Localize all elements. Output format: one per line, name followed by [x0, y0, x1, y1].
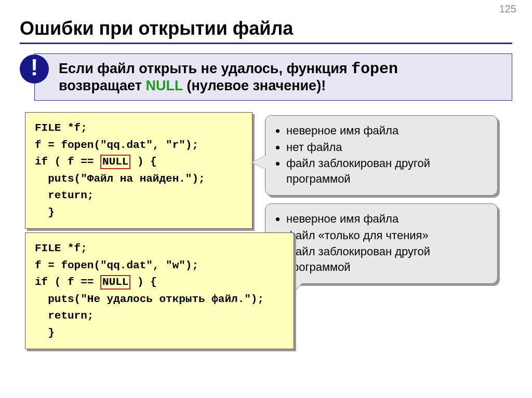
- code-line: ) {: [130, 156, 156, 168]
- list-item: файл заблокирован другой программой: [286, 156, 488, 186]
- page-number: 125: [499, 3, 516, 15]
- list-item: нет файла: [286, 140, 488, 155]
- code-line: return;: [35, 189, 94, 201]
- list-item: файл заблокирован другой программой: [286, 244, 488, 275]
- note-text-after: (нулевое значение)!: [183, 78, 326, 93]
- note-text-mid: возвращает: [59, 78, 145, 93]
- code-block-read: FILE *f; f = fopen("qq.dat", "r"); if ( …: [25, 112, 252, 229]
- title-rule: [20, 43, 512, 44]
- note-fn: fopen: [351, 60, 398, 78]
- code-line: ) {: [130, 276, 156, 288]
- note-box: Если файл открыть не удалось, функция fo…: [34, 53, 512, 101]
- null-highlight: NULL: [100, 155, 130, 169]
- code-line: ");: [179, 259, 198, 271]
- null-highlight: NULL: [100, 275, 130, 290]
- code-line: }: [35, 207, 55, 218]
- callout-list: неверное имя файла файл «только для чтен…: [275, 211, 488, 275]
- callout-read-errors: неверное имя файла нет файла файл заблок…: [265, 115, 498, 196]
- code-line: FILE *f;: [35, 122, 87, 134]
- code-line: }: [35, 327, 55, 339]
- exclamation-icon: !: [20, 54, 49, 84]
- code-line: ");: [179, 139, 198, 151]
- callout-write-errors: неверное имя файла файл «только для чтен…: [265, 203, 498, 284]
- note-null: NULL: [145, 78, 183, 93]
- list-item: файл «только для чтения»: [286, 228, 488, 243]
- code-mode-w: w: [172, 259, 179, 271]
- list-item: неверное имя файла: [286, 211, 488, 227]
- callout-list: неверное имя файла нет файла файл заблок…: [275, 123, 488, 187]
- code-line: if ( f ==: [35, 276, 100, 288]
- code-line: f = fopen("qq.dat", ": [35, 139, 172, 151]
- code-line: puts("Не удалось открыть файл.");: [35, 293, 264, 305]
- code-line: if ( f ==: [35, 156, 100, 168]
- code-block-write: FILE *f; f = fopen("qq.dat", "w"); if ( …: [25, 232, 294, 349]
- callout-pointer-icon: [252, 155, 267, 170]
- code-line: return;: [35, 310, 94, 322]
- slide-title: Ошибки при открытии файла: [20, 18, 512, 39]
- list-item: неверное имя файла: [286, 123, 488, 139]
- code-line: FILE *f;: [35, 242, 87, 254]
- note-text: Если файл открыть не удалось, функция: [59, 61, 351, 76]
- code-line: puts("Файл на найден.");: [35, 173, 205, 185]
- code-mode-r: r: [172, 139, 179, 151]
- slide: 125 Ошибки при открытии файла ! Если фай…: [0, 0, 532, 398]
- note-row: ! Если файл открыть не удалось, функция …: [20, 53, 512, 101]
- code-line: f = fopen("qq.dat", ": [35, 259, 172, 271]
